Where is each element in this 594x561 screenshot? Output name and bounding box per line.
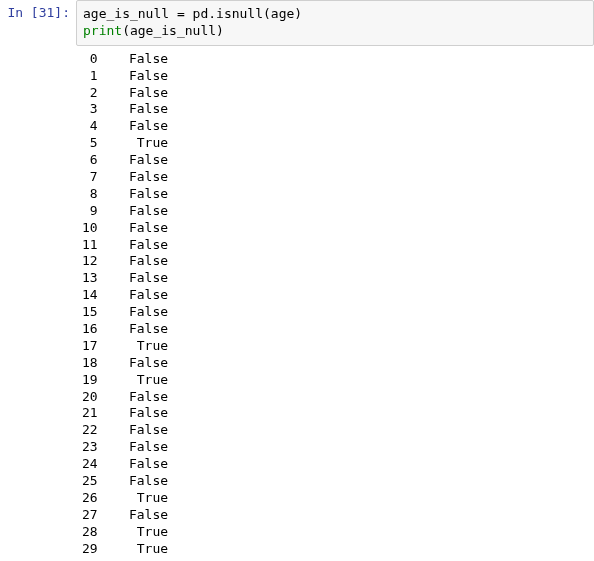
code-args: (age) [263, 6, 302, 21]
output-prompt [0, 46, 76, 561]
input-prompt: In [31]: [0, 0, 76, 46]
output-area: 0 False 1 False 2 False 3 False 4 False … [76, 46, 594, 561]
code-fn: isnull [216, 6, 263, 21]
code-cell: In [31]: age_is_null = pd.isnull(age) pr… [0, 0, 594, 46]
code-var: age_is_null [83, 6, 169, 21]
code-print: print [83, 23, 122, 38]
output-cell: 0 False 1 False 2 False 3 False 4 False … [0, 46, 594, 561]
code-dot: . [208, 6, 216, 21]
code-input-area[interactable]: age_is_null = pd.isnull(age) print(age_i… [76, 0, 594, 46]
code-module: pd [193, 6, 209, 21]
code-eq: = [169, 6, 192, 21]
code-print-args: (age_is_null) [122, 23, 224, 38]
